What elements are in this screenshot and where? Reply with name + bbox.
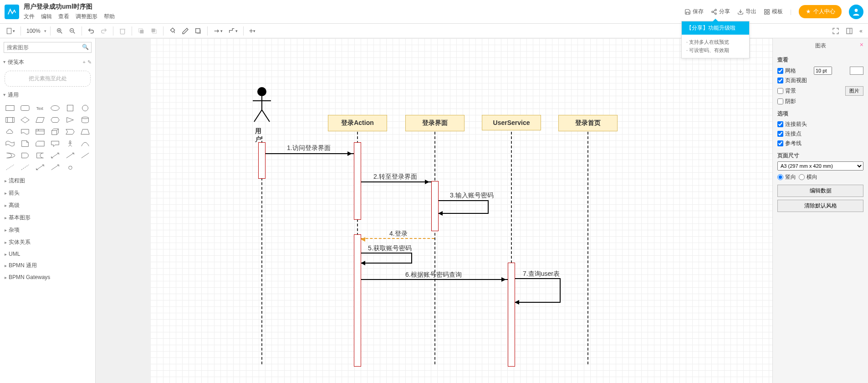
- lifeline-login-home[interactable]: 登录首页: [558, 115, 618, 131]
- shape-datastore[interactable]: [33, 150, 47, 161]
- msg7-self-arrow[interactable]: [515, 302, 561, 303]
- to-front-button[interactable]: [136, 26, 147, 36]
- shape-actor[interactable]: [63, 138, 77, 149]
- shape-dashline2[interactable]: [18, 162, 32, 173]
- cat-basic[interactable]: 基本图形: [0, 212, 95, 224]
- shape-parallelogram[interactable]: [33, 114, 47, 125]
- redo-button[interactable]: [98, 26, 109, 36]
- activation-action-2[interactable]: [354, 234, 361, 367]
- pageview-checkbox[interactable]: 页面视图: [777, 77, 807, 84]
- shape-document[interactable]: [18, 126, 32, 137]
- shape-note[interactable]: [18, 138, 32, 149]
- shape-internal[interactable]: [33, 126, 47, 137]
- menu-view[interactable]: 查看: [58, 13, 69, 21]
- cat-er[interactable]: 实体关系: [0, 236, 95, 248]
- portrait-radio[interactable]: 竖向: [777, 173, 796, 181]
- edit-icon[interactable]: ✎: [87, 59, 92, 65]
- shape-square[interactable]: [63, 103, 77, 114]
- msg6-arrow[interactable]: [361, 279, 508, 280]
- scratchpad-dropzone[interactable]: 把元素拖至此处: [5, 71, 91, 87]
- shape-arrow2[interactable]: [48, 162, 62, 173]
- shape-step[interactable]: [63, 126, 77, 137]
- shape-trapezoid[interactable]: [78, 126, 92, 137]
- shape-dashline[interactable]: [3, 162, 17, 173]
- cat-misc[interactable]: 杂项: [0, 224, 95, 236]
- msg4-arrow[interactable]: [361, 238, 434, 239]
- msg3-self-arrow[interactable]: [439, 213, 489, 214]
- menu-help[interactable]: 帮助: [104, 13, 115, 21]
- lifeline-login-action[interactable]: 登录Action: [328, 115, 387, 131]
- scratchpad-section[interactable]: 便笺本 +✎: [0, 57, 95, 68]
- line-color-button[interactable]: [180, 26, 191, 36]
- activation-service-1[interactable]: [508, 263, 515, 367]
- cat-flowchart[interactable]: 流程图: [0, 175, 95, 187]
- menu-edit[interactable]: 编辑: [41, 13, 52, 21]
- shape-line[interactable]: [78, 150, 92, 161]
- search-icon[interactable]: 🔍: [82, 44, 89, 50]
- activation-ui-1[interactable]: [431, 181, 439, 231]
- shadow-checkbox[interactable]: 阴影: [777, 98, 796, 105]
- grid-checkbox[interactable]: 网格: [777, 67, 796, 75]
- personal-center-button[interactable]: 个人中心: [799, 5, 842, 18]
- image-button[interactable]: 图片: [845, 86, 863, 96]
- share-button[interactable]: 分享: [711, 8, 730, 16]
- cat-uml[interactable]: UML: [0, 248, 95, 259]
- to-back-button[interactable]: [148, 26, 159, 36]
- msg7-self-top[interactable]: [515, 278, 561, 302]
- shape-triangle[interactable]: [63, 114, 77, 125]
- msg5-self-arrow[interactable]: [361, 263, 412, 264]
- guides-checkbox[interactable]: 参考线: [777, 140, 802, 147]
- general-section[interactable]: 通用: [0, 89, 95, 101]
- shape-roundrect[interactable]: [18, 103, 32, 114]
- shape-cylinder[interactable]: [78, 114, 92, 125]
- lifeline-login-ui[interactable]: 登录界面: [405, 115, 465, 131]
- shape-cloud[interactable]: [3, 126, 17, 137]
- cat-bpmn-gateways[interactable]: BPMN Gateways: [0, 272, 95, 283]
- shape-ellipse[interactable]: [48, 103, 62, 114]
- pagesize-select[interactable]: A3 (297 mm x 420 mm): [777, 161, 863, 171]
- menu-file[interactable]: 文件: [24, 13, 35, 21]
- export-button[interactable]: 导出: [737, 8, 756, 16]
- menu-arrange[interactable]: 调整图形: [76, 13, 97, 21]
- cat-advanced[interactable]: 高级: [0, 199, 95, 212]
- activation-user-1[interactable]: [258, 142, 266, 179]
- zoom-in-button[interactable]: [54, 26, 65, 36]
- document-title[interactable]: 用户登录成功uml时序图: [24, 3, 115, 11]
- delete-button[interactable]: [117, 26, 128, 36]
- shadow-button[interactable]: [193, 26, 204, 36]
- background-checkbox[interactable]: 背景: [777, 87, 796, 95]
- shape-and[interactable]: [18, 150, 32, 161]
- zoom-out-button[interactable]: [67, 26, 78, 36]
- shape-card[interactable]: [33, 138, 47, 149]
- edit-data-button[interactable]: 编辑数据: [777, 185, 863, 197]
- cat-arrows[interactable]: 箭头: [0, 187, 95, 199]
- zoom-level[interactable]: 100%: [25, 28, 42, 34]
- format-panel-button[interactable]: [844, 26, 855, 36]
- shape-bidir2[interactable]: [33, 162, 47, 173]
- canvas[interactable]: 用户 登录Action 登录界面 UserService 登录首页: [96, 38, 772, 383]
- templates-button[interactable]: 模板: [764, 8, 783, 16]
- shape-rect[interactable]: [3, 103, 17, 114]
- conn-arrow-checkbox[interactable]: 连接箭头: [777, 120, 807, 128]
- fill-color-button[interactable]: [167, 26, 178, 36]
- activation-action-1[interactable]: [354, 142, 361, 220]
- actor-user[interactable]: [250, 86, 273, 124]
- shape-link[interactable]: [63, 162, 77, 173]
- grid-color-swatch[interactable]: [850, 67, 863, 75]
- shape-arrow[interactable]: [63, 150, 77, 161]
- msg2-arrow[interactable]: [361, 181, 431, 182]
- connection-button[interactable]: ▾: [211, 26, 225, 36]
- close-icon[interactable]: ×: [860, 41, 863, 48]
- cat-bpmn-general[interactable]: BPMN 通用: [0, 259, 95, 272]
- undo-button[interactable]: [86, 26, 97, 36]
- conn-point-checkbox[interactable]: 连接点: [777, 130, 802, 138]
- shape-or[interactable]: [3, 150, 17, 161]
- page-setup-button[interactable]: ▾: [4, 26, 17, 36]
- shape-circle[interactable]: [78, 103, 92, 114]
- landscape-radio[interactable]: 横向: [799, 173, 817, 181]
- shape-hexagon[interactable]: [48, 114, 62, 125]
- shape-tape[interactable]: [3, 138, 17, 149]
- user-avatar[interactable]: [849, 5, 863, 19]
- clear-style-button[interactable]: 清除默认风格: [777, 200, 863, 212]
- waypoint-button[interactable]: ▾: [226, 26, 240, 36]
